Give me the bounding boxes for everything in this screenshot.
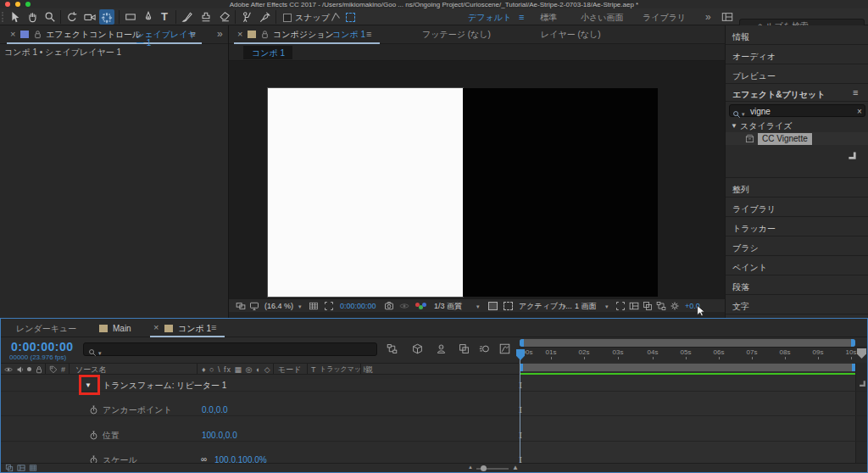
zoom-out-mountain-icon[interactable]: ▲ bbox=[468, 465, 473, 470]
pen-tool-icon[interactable] bbox=[142, 11, 154, 23]
expand-inout-panes-icon[interactable] bbox=[29, 464, 37, 472]
layer-tab[interactable]: レイヤー (なし) bbox=[541, 31, 601, 39]
clone-stamp-tool-icon[interactable] bbox=[200, 11, 212, 23]
panel-menu-icon[interactable]: ≡ bbox=[211, 322, 216, 332]
hide-shy-layers-icon[interactable] bbox=[436, 343, 447, 354]
time-navigator[interactable] bbox=[520, 339, 855, 347]
property-name[interactable]: 位置 bbox=[103, 431, 120, 440]
clear-search-icon[interactable]: × bbox=[857, 107, 862, 116]
zoom-in-mountain-icon[interactable]: ▲ bbox=[512, 464, 519, 471]
library-panel-header[interactable]: ライブラリ bbox=[726, 198, 868, 217]
motion-blur-icon[interactable] bbox=[479, 343, 490, 354]
render-queue-tab[interactable]: レンダーキュー bbox=[16, 325, 76, 333]
workspace-tab-default[interactable]: デフォルト bbox=[468, 14, 511, 22]
stopwatch-icon[interactable] bbox=[89, 405, 98, 415]
number-column-label[interactable]: # bbox=[61, 366, 65, 374]
brush-tool-icon[interactable] bbox=[181, 11, 193, 23]
resolution-select[interactable]: 1/3 画質 bbox=[434, 303, 462, 310]
group-row-label[interactable]: トランスフォーム: リピーター 1 bbox=[103, 381, 226, 390]
grid-guides-icon[interactable] bbox=[309, 301, 319, 311]
effects-search-field[interactable]: ▾ vigne × bbox=[729, 104, 865, 117]
group-row-transform-repeater[interactable]: ▼ トランスフォーム: リピーター 1 I bbox=[1, 379, 867, 392]
audio-panel-header[interactable]: オーディオ bbox=[726, 45, 868, 64]
close-window-button[interactable] bbox=[5, 2, 10, 7]
parent-column-label[interactable]: 親 bbox=[365, 366, 373, 374]
mode-column-label[interactable]: モード bbox=[278, 366, 301, 374]
brushes-panel-header[interactable]: ブラシ bbox=[726, 236, 868, 256]
workspace-overflow-chevron[interactable]: » bbox=[705, 11, 711, 23]
hand-tool-icon[interactable] bbox=[26, 11, 38, 23]
eraser-tool-icon[interactable] bbox=[219, 11, 231, 23]
region-of-interest-icon[interactable] bbox=[324, 301, 334, 311]
viewer-current-time[interactable]: 0:00:00:00 bbox=[340, 303, 376, 310]
solo-column-icon[interactable] bbox=[27, 367, 31, 371]
selection-tool-icon[interactable] bbox=[8, 11, 20, 23]
snap-region-icon[interactable] bbox=[346, 13, 355, 22]
show-channel-blue-dot[interactable] bbox=[422, 303, 426, 307]
property-value[interactable]: 100.0,0.0 bbox=[202, 431, 237, 440]
effects-group-label[interactable]: スタイライズ bbox=[740, 122, 792, 131]
property-value[interactable]: 0.0,0.0 bbox=[202, 406, 228, 415]
draft-3d-icon[interactable] bbox=[412, 343, 423, 354]
camera-tool-icon[interactable] bbox=[84, 11, 96, 23]
timeline-zoom-slider-handle[interactable] bbox=[481, 465, 487, 471]
workspace-tab-standard[interactable]: 標準 bbox=[540, 14, 557, 22]
navigator-start-handle[interactable] bbox=[520, 339, 524, 347]
rectangle-tool-icon[interactable] bbox=[125, 11, 136, 23]
view-layout-select[interactable]: 1 画面 bbox=[575, 303, 597, 310]
always-preview-icon[interactable] bbox=[236, 301, 246, 311]
preview-panel-header[interactable]: プレビュー bbox=[726, 64, 868, 84]
effects-presets-panel-header[interactable]: エフェクト&プリセット ≡ bbox=[726, 84, 868, 102]
lock-icon[interactable] bbox=[33, 30, 42, 39]
primary-viewer-icon[interactable] bbox=[249, 301, 259, 311]
paint-panel-header[interactable]: ペイント bbox=[726, 256, 868, 275]
audio-column-icon[interactable] bbox=[16, 365, 25, 374]
snap-checkbox[interactable] bbox=[283, 14, 292, 22]
snap-angle-icon[interactable] bbox=[331, 12, 341, 22]
close-tab-icon[interactable]: × bbox=[153, 322, 159, 332]
zoom-window-button[interactable] bbox=[25, 2, 31, 7]
viewer-pasteboard[interactable] bbox=[229, 61, 725, 298]
t-column-label[interactable]: T bbox=[311, 366, 316, 374]
expand-layer-switches-icon[interactable] bbox=[5, 464, 14, 472]
expand-transfer-controls-icon[interactable] bbox=[17, 464, 25, 472]
frame-blending-icon[interactable] bbox=[459, 343, 470, 354]
main-timeline-tab[interactable]: Main bbox=[96, 319, 147, 337]
transparency-grid-icon[interactable] bbox=[504, 302, 513, 310]
panel-overflow-chevron[interactable]: » bbox=[217, 28, 223, 40]
flowchart-jump-icon[interactable] bbox=[656, 301, 666, 311]
close-tab-icon[interactable]: × bbox=[237, 29, 242, 39]
comp-viewer-subtab[interactable]: コンポ 1 bbox=[243, 46, 292, 59]
property-row-position[interactable]: 位置 100.0,0.0 I bbox=[1, 429, 867, 442]
rotation-tool-icon[interactable] bbox=[66, 11, 78, 23]
close-tab-icon[interactable]: × bbox=[10, 29, 15, 39]
lock-column-icon[interactable] bbox=[35, 365, 43, 374]
twirl-down-icon[interactable]: ▼ bbox=[731, 123, 737, 130]
paragraph-panel-header[interactable]: 段落 bbox=[726, 275, 868, 295]
mini-flowchart-icon[interactable] bbox=[387, 343, 398, 354]
zoom-tool-icon[interactable] bbox=[44, 11, 56, 23]
search-options-chevron[interactable]: ▾ bbox=[98, 350, 102, 357]
minimize-window-button[interactable] bbox=[15, 2, 20, 7]
effect-result-row[interactable]: CC Vignette bbox=[726, 132, 868, 145]
panel-menu-icon[interactable]: ≡ bbox=[853, 87, 858, 97]
pan-behind-tool-selected[interactable] bbox=[99, 9, 114, 25]
footage-tab[interactable]: フッテージ (なし) bbox=[422, 31, 491, 39]
graph-editor-icon[interactable] bbox=[499, 343, 510, 354]
target-region-icon[interactable] bbox=[488, 302, 498, 310]
work-area-bar[interactable] bbox=[520, 364, 855, 371]
pixel-aspect-icon[interactable] bbox=[629, 301, 639, 311]
panel-menu-icon[interactable]: ≡ bbox=[366, 29, 371, 39]
panel-menu-icon[interactable]: ≡ bbox=[190, 29, 195, 39]
timeline-search-field[interactable]: ▾ bbox=[83, 342, 377, 356]
info-panel-header[interactable]: 情報 bbox=[726, 25, 868, 45]
label-column-icon[interactable] bbox=[49, 365, 58, 374]
lock-icon[interactable] bbox=[260, 30, 270, 39]
tracker-panel-header[interactable]: トラッカー bbox=[726, 217, 868, 236]
composition-tab[interactable]: × コンポジション コンポ 1 ≡ bbox=[234, 25, 380, 44]
time-ruler[interactable]: 00s 01s 02s 03s 04s 05s 06s 07s 08s 09s … bbox=[519, 347, 867, 364]
current-time-display[interactable]: 0:00:00:00 bbox=[11, 340, 74, 353]
show-snapshot-icon[interactable] bbox=[399, 301, 409, 311]
search-options-chevron[interactable]: ▾ bbox=[742, 111, 745, 118]
source-name-column-label[interactable]: ソース名 bbox=[75, 366, 106, 374]
